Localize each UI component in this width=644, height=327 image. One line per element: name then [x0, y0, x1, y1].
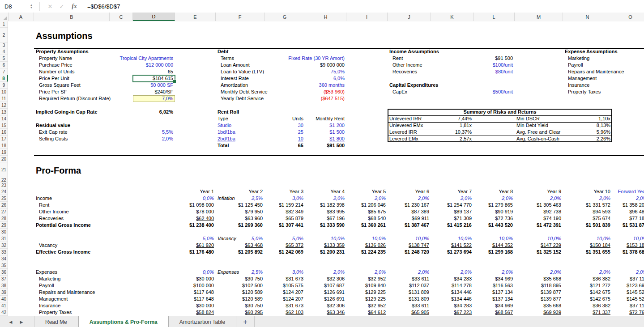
cell-O24[interactable]: Forward Year	[612, 188, 644, 195]
cell-K28[interactable]: $71 309	[431, 215, 473, 222]
cell-H36[interactable]: 2,0%	[305, 269, 346, 276]
row-header-22[interactable]: 22	[0, 177, 8, 183]
cell-F8[interactable]: Interest Rate	[216, 75, 264, 82]
cell-F4[interactable]: Debt	[216, 48, 264, 55]
cell-B33[interactable]: Effective Gross Income	[34, 249, 110, 255]
cell-J28[interactable]: $69 911	[388, 215, 431, 222]
cell-I39[interactable]: $129 225	[346, 289, 388, 296]
cell-N8[interactable]: Management	[563, 75, 612, 82]
row-header-14[interactable]: 14	[0, 115, 8, 122]
cell-I42[interactable]: $64 612	[346, 309, 388, 316]
column-header-F[interactable]: F	[216, 13, 264, 21]
row-header-40[interactable]: 40	[0, 296, 8, 302]
cell-H17[interactable]: $1 800	[305, 136, 346, 142]
column-header-O[interactable]: O	[612, 13, 644, 21]
row-header-2[interactable]: 2	[0, 28, 8, 42]
cell-F5[interactable]: Terms	[216, 55, 264, 62]
cell-K36[interactable]: 2,0%	[431, 269, 473, 276]
cell-H40[interactable]: $126 691	[305, 296, 346, 302]
cell-D5[interactable]: Tropical City Apartments	[133, 55, 175, 62]
cell-E37[interactable]: $30 000	[175, 276, 216, 282]
cell-K39[interactable]: $134 446	[431, 289, 473, 296]
cell-E41[interactable]: $30 000	[175, 302, 216, 309]
cell-G31[interactable]: 5,0%	[264, 235, 305, 242]
cell-G32[interactable]: $65 372	[264, 242, 305, 249]
cell-F26[interactable]: $1 125 450	[216, 202, 264, 208]
cell-H16[interactable]: $1 500	[305, 129, 346, 136]
cell-B26[interactable]: Rent	[34, 202, 110, 208]
column-header-J[interactable]: J	[388, 13, 431, 21]
cell-J6[interactable]: Other Income	[388, 62, 431, 68]
cell-H33[interactable]: $1 200 231	[305, 249, 346, 255]
row-header-18[interactable]: 18	[0, 142, 8, 149]
add-sheet-button[interactable]: +	[236, 316, 255, 327]
cell-G40[interactable]: $124 207	[264, 296, 305, 302]
cell-J10[interactable]: CapEx	[388, 89, 431, 95]
cell-E32[interactable]: $61 920	[175, 242, 216, 249]
cell-O26[interactable]: $1 358 203	[612, 202, 644, 208]
tab-scroll-left-icon[interactable]: ◀	[5, 316, 16, 327]
cell-J37[interactable]: $33 611	[388, 276, 431, 282]
cell-H29[interactable]: $1 333 590	[305, 222, 346, 229]
cell-F16[interactable]: 1bd/1ba	[216, 129, 264, 136]
cell-F24[interactable]: Year 2	[216, 188, 264, 195]
cell-E25[interactable]: 0,0%	[175, 195, 216, 202]
cell-M27[interactable]: $92 738	[515, 208, 563, 215]
cell-K38[interactable]: $114 278	[431, 282, 473, 289]
cell-G29[interactable]: $1 307 441	[264, 222, 305, 229]
cell-L38[interactable]: $116 563	[473, 282, 515, 289]
cell-E36[interactable]: 0,0%	[175, 269, 216, 276]
cell-F7[interactable]: Loan to Value (LTV)	[216, 68, 264, 75]
cell-B6[interactable]: Purchase Price	[34, 62, 110, 68]
cell-O36[interactable]: 2,0%	[612, 269, 644, 276]
row-header-21[interactable]: 21	[0, 162, 8, 177]
cell-L5[interactable]: $91 500	[473, 55, 515, 62]
cell-F15[interactable]: Studio	[216, 122, 264, 129]
cell-N25[interactable]: 2,0%	[563, 195, 612, 202]
cell-G14[interactable]: Units	[264, 115, 305, 122]
cell-O31[interactable]: 10,0%	[612, 235, 644, 242]
cell-J42[interactable]: $65 905	[388, 309, 431, 316]
cell-J33[interactable]: $1 248 720	[388, 249, 431, 255]
cell-B32[interactable]: Vacancy	[34, 242, 110, 249]
row-header-32[interactable]: 32	[0, 242, 8, 249]
cell-N41[interactable]: $36 382	[563, 302, 612, 309]
column-header-M[interactable]: M	[515, 13, 563, 21]
cell-B5[interactable]: Property Name	[34, 55, 110, 62]
cell-F17[interactable]: 2bd/1ba	[216, 136, 264, 142]
cell-M25[interactable]: 2,0%	[515, 195, 563, 202]
cell-J31[interactable]: 10,0%	[388, 235, 431, 242]
cell-G26[interactable]: $1 159 214	[264, 202, 305, 208]
cell-B37[interactable]: Marketing	[34, 276, 110, 282]
cell-I24[interactable]: Year 5	[346, 188, 388, 195]
column-header-B[interactable]: B	[34, 13, 110, 21]
cell-O39[interactable]: $145 528	[612, 289, 644, 296]
row-header-7[interactable]: 7	[0, 68, 8, 75]
cell-F27[interactable]: $79 950	[216, 208, 264, 215]
cell-I33[interactable]: $1 224 235	[346, 249, 388, 255]
cell-L28[interactable]: $72 736	[473, 215, 515, 222]
cell-E29[interactable]: $1 238 400	[175, 222, 216, 229]
cell-E28[interactable]: $62 400	[175, 215, 216, 222]
cell-I26[interactable]: $1 206 046	[346, 202, 388, 208]
row-header-27[interactable]: 27	[0, 208, 8, 215]
cell-J40[interactable]: $131 809	[388, 296, 431, 302]
cell-D17[interactable]: 2,0%	[133, 136, 175, 142]
name-box-spinner[interactable]: ▲ ▼	[28, 2, 35, 11]
cell-K41[interactable]: $34 283	[431, 302, 473, 309]
cell-B13[interactable]: Implied Going-in Cap Rate	[34, 109, 110, 115]
cell-N7[interactable]: Repairs and Maintenance	[563, 68, 612, 75]
cell-B27[interactable]: Other Income	[34, 208, 110, 215]
cell-L6[interactable]: $100/unit	[473, 62, 515, 68]
cell-L33[interactable]: $1 299 168	[473, 249, 515, 255]
cell-G41[interactable]: $31 673	[264, 302, 305, 309]
cell-F31[interactable]: 5,0%	[216, 235, 264, 242]
row-header-33[interactable]: 33	[0, 249, 8, 255]
row-header-26[interactable]: 26	[0, 202, 8, 208]
row-header-3[interactable]: 3	[0, 42, 8, 48]
cell-H31[interactable]: 10,0%	[305, 235, 346, 242]
row-header-16[interactable]: 16	[0, 129, 8, 136]
cell-I41[interactable]: $32 952	[346, 302, 388, 309]
cell-H14[interactable]: Monthly Rent	[305, 115, 346, 122]
cell-G16[interactable]: 25	[264, 129, 305, 136]
